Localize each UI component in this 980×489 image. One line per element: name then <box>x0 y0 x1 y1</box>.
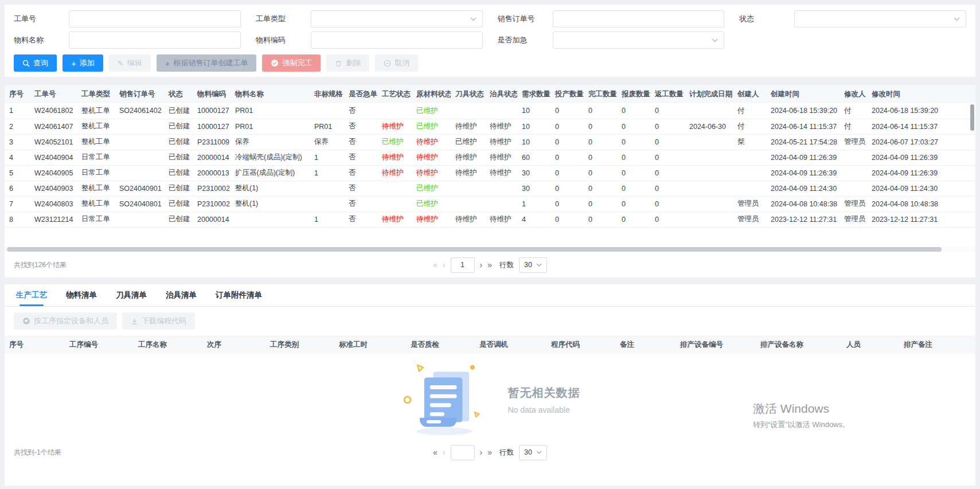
download-code-button[interactable]: 下载编程代码 <box>122 312 195 330</box>
cell: 整机工单 <box>77 196 115 212</box>
tab-3[interactable]: 治具清单 <box>166 284 197 306</box>
cell <box>485 196 517 212</box>
cancel-button[interactable]: 取消 <box>375 54 418 72</box>
cell: 0 <box>550 103 584 119</box>
empty-title: 暂无相关数据 <box>508 385 580 401</box>
cell: 7 <box>5 196 30 212</box>
cell: 已创建 <box>164 150 193 165</box>
cell: 0 <box>584 103 617 119</box>
work-order-page: 工单号 工单类型 销售订单号 状态 <box>0 0 980 489</box>
column-header: 投产数量 <box>550 85 584 103</box>
cell <box>733 181 766 196</box>
edit-button[interactable]: ✎ 编辑 <box>109 54 151 72</box>
cell: 已创建 <box>164 119 193 134</box>
cell: 0 <box>650 150 685 165</box>
cell: 6 <box>5 181 30 196</box>
next-page-icon[interactable]: › <box>480 448 483 457</box>
is-urgent-select[interactable] <box>553 32 725 49</box>
horizontal-scrollbar-thumb[interactable] <box>7 247 942 252</box>
detail-panel: 生产工艺物料清单刀具清单治具清单订单附件清单 按工序指定设备和人员 下载编程代码… <box>5 284 975 486</box>
column-header: 返工数量 <box>650 85 685 103</box>
cell: 0 <box>550 134 584 150</box>
page-number-input[interactable] <box>451 257 475 273</box>
delete-button[interactable]: 删除 <box>326 54 369 72</box>
cell: PR01 <box>310 119 344 134</box>
last-page-icon[interactable]: » <box>487 260 492 269</box>
prev-page-icon[interactable]: ‹ <box>443 448 446 457</box>
sales-order-no-input[interactable] <box>553 10 725 28</box>
column-header: 计划完成日期 <box>685 85 733 103</box>
cell: 管理员 <box>733 196 766 212</box>
cell: 3 <box>5 134 30 150</box>
tab-4[interactable]: 订单附件清单 <box>216 284 262 306</box>
last-page-icon[interactable]: » <box>487 448 492 457</box>
cell: 冷端蜗壳(成品)(定制) <box>231 150 310 165</box>
vertical-scrollbar-thumb[interactable] <box>970 104 974 131</box>
cell: 整机工单 <box>77 103 115 119</box>
column-header: 备注 <box>615 335 676 354</box>
cell <box>377 181 412 196</box>
cell: 0 <box>650 181 685 196</box>
work-order-row[interactable]: 2W24061407整机工单已创建10000127PR01PR01否待维护已维护… <box>5 119 975 134</box>
status-select[interactable] <box>794 10 966 28</box>
tab-1[interactable]: 物料清单 <box>66 284 97 306</box>
cell: 扩压器(成品)(定制) <box>231 165 310 181</box>
page-number-input[interactable] <box>451 445 475 460</box>
cell: 待维护 <box>485 134 517 150</box>
force-complete-button[interactable]: 强制完工 <box>262 54 321 72</box>
page-size-value: 30 <box>524 448 532 456</box>
work-order-pagination: « ‹ › » 行数 30 <box>433 257 547 273</box>
page-size-select[interactable]: 30 <box>519 445 547 460</box>
filter-work-order-type: 工单类型 <box>256 10 483 28</box>
add-button[interactable]: + 添加 <box>63 54 103 72</box>
work-order-row[interactable]: 1W24061802整机工单SO24061402已创建10000127PR01否… <box>5 103 975 119</box>
cell: P2310002 <box>193 196 231 212</box>
prev-page-icon[interactable]: ‹ <box>443 260 446 269</box>
cell: 管理员 <box>840 134 867 150</box>
cell: 日常工单 <box>77 165 115 181</box>
cell: 付 <box>840 119 867 134</box>
column-header: 完工数量 <box>584 85 617 103</box>
cell: 0 <box>584 119 617 134</box>
column-header: 工单类型 <box>77 85 115 103</box>
cell: 0 <box>617 165 650 181</box>
cell: 10000127 <box>193 119 231 134</box>
assign-by-process-label: 按工序指定设备和人员 <box>34 316 108 326</box>
tab-2[interactable]: 刀具清单 <box>116 284 147 306</box>
cell: 待维护 <box>412 212 451 227</box>
first-page-icon[interactable]: « <box>433 448 438 457</box>
cell: 2024-06-14 11:15:37 <box>766 119 840 134</box>
work-order-no-input[interactable] <box>69 10 241 28</box>
cell: 否 <box>344 196 377 212</box>
cell: 2 <box>5 119 30 134</box>
create-from-sales-order-button[interactable]: + 根据销售订单创建工单 <box>157 54 257 72</box>
next-page-icon[interactable]: › <box>480 260 483 269</box>
work-order-row[interactable]: 7W24040803整机工单SO24040801已创建P2310002整机(1)… <box>5 196 975 212</box>
page-size-select[interactable]: 30 <box>519 257 547 273</box>
cell: 5 <box>5 165 30 181</box>
work-order-row[interactable]: 4W24040904日常工单已创建20000014冷端蜗壳(成品)(定制)1否待… <box>5 150 975 165</box>
horizontal-scrollbar[interactable] <box>5 247 975 252</box>
first-page-icon[interactable]: « <box>433 260 438 269</box>
cell: 0 <box>617 150 650 165</box>
column-header: 治具状态 <box>485 85 517 103</box>
cell: 0 <box>550 165 584 181</box>
assign-by-process-button[interactable]: 按工序指定设备和人员 <box>14 312 117 330</box>
column-header: 排产备注 <box>899 335 975 354</box>
trash-icon <box>335 60 342 67</box>
work-order-row[interactable]: 3W24052101整机工单已创建P2311009保养保养否已维护待维护已维护待… <box>5 134 975 150</box>
work-order-type-select[interactable] <box>311 10 483 28</box>
cell: 待维护 <box>485 150 517 165</box>
search-button[interactable]: 查询 <box>14 54 57 72</box>
chevron-down-icon <box>470 17 477 21</box>
work-order-row[interactable]: 5W24040905日常工单已创建20000013扩压器(成品)(定制)1否待维… <box>5 165 975 181</box>
page-size-value: 30 <box>524 261 532 269</box>
material-name-input[interactable] <box>69 32 241 49</box>
tab-0[interactable]: 生产工艺 <box>16 284 47 306</box>
cell: 0 <box>584 165 617 181</box>
cell: 0 <box>617 181 650 196</box>
cell: 已维护 <box>377 134 412 150</box>
material-code-input[interactable] <box>311 32 483 49</box>
work-order-row[interactable]: 6W24040903整机工单SO24040901已创建P2310002整机(1)… <box>5 181 975 196</box>
work-order-row[interactable]: 8W23121214日常工单已创建200000141否待维护待维护待维护待维护4… <box>5 212 975 227</box>
